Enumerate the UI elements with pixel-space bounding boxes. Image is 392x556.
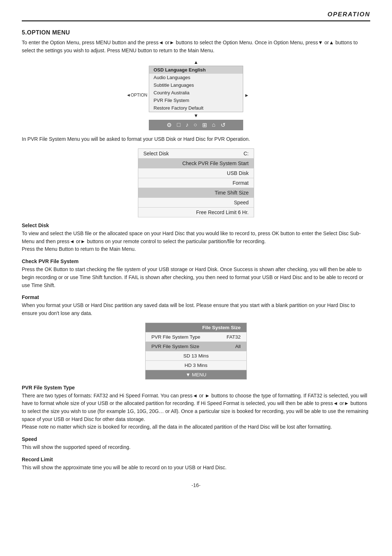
fs-row-1-label: PVR File System Size: [146, 342, 217, 351]
section-title: 5.OPTION MENU: [22, 29, 370, 36]
pvr-row-4-label: Time Shift Size: [138, 188, 254, 198]
osd-icons-row: ⚙ □ ♪ ○ ⊞ ⌂ ↺: [149, 120, 243, 130]
check-pvr-title: Check PVR File System: [22, 258, 370, 264]
fs-footer-row: ▼ MENU: [146, 370, 247, 379]
fs-row-3: HD 3 Mins: [146, 360, 247, 370]
fs-row-0-value: FAT32: [216, 332, 246, 342]
pvr-row-3: Format: [138, 178, 254, 188]
select-disk-title: Select Disk: [22, 222, 370, 228]
intro-text: To enter the Option Menu, press MENU but…: [22, 39, 370, 54]
icon-grid: ⊞: [202, 122, 207, 128]
fs-header-label: File System Size: [146, 323, 247, 332]
pvr-row-2-label: USB Disk: [138, 168, 254, 178]
pvr-row-5: Speed: [138, 198, 254, 208]
osd-menu-item-0: OSD Language English: [149, 66, 243, 74]
pvr-fs-type-title: PVR File System Type: [22, 385, 370, 391]
pvr-row-4: Time Shift Size: [138, 188, 254, 198]
check-pvr-body: Press the OK Button to start checking th…: [22, 266, 370, 289]
fs-row-1-value: All: [216, 342, 246, 351]
record-limit-body: This will show the approximate time you …: [22, 464, 370, 472]
osd-arrow-down: ▼: [149, 113, 243, 118]
pvr-description: In PVR File System Menu you will be aske…: [22, 135, 370, 143]
page-number: -16-: [22, 482, 370, 488]
format-title: Format: [22, 294, 370, 300]
osd-menu-box: OSD Language English Audio Languages Sub…: [149, 66, 243, 112]
pvr-menu-table: Select Disk C: Check PVR File System Sta…: [138, 148, 254, 217]
icon-gear: ⚙: [167, 122, 172, 128]
fs-row-3-label: HD 3 Mins: [146, 360, 247, 370]
osd-menu-item-2: Subtitle Languages: [149, 81, 243, 89]
pvr-row-0: Select Disk C:: [138, 149, 254, 159]
speed-body: This will show the supported speed of re…: [22, 443, 370, 451]
record-limit-title: Record Limit: [22, 457, 370, 462]
osd-menu-item-3: Country Australia: [149, 89, 243, 97]
fs-header-row: File System Size: [146, 323, 247, 332]
header-title: OPERATION: [327, 11, 370, 18]
page-header: OPERATION: [22, 11, 370, 21]
fs-row-2-label: SD 13 Mins: [146, 351, 247, 360]
osd-arrow-right: ►: [244, 92, 249, 98]
select-disk-body: To view and select the USB file or the a…: [22, 230, 370, 253]
fs-menu-table: File System Size PVR File System Type FA…: [145, 323, 247, 380]
fs-row-0: PVR File System Type FAT32: [146, 332, 247, 342]
icon-refresh: ↺: [221, 122, 225, 128]
osd-arrow-up: ▲: [149, 60, 243, 65]
pvr-row-5-label: Speed: [138, 198, 254, 208]
icon-square: □: [177, 122, 180, 128]
osd-menu-item-4: PVR File System: [149, 97, 243, 104]
pvr-menu-center: Select Disk C: Check PVR File System Sta…: [22, 148, 370, 217]
pvr-row-0-value: C:: [219, 149, 254, 159]
pvr-row-6-label: Free Record Limit 6 Hr.: [138, 208, 254, 217]
osd-menu-container: ▲ ◄OPTION OSD Language English Audio Lan…: [149, 60, 243, 130]
fs-row-0-label: PVR File System Type: [146, 332, 217, 342]
osd-menu-center: ▲ ◄OPTION OSD Language English Audio Lan…: [22, 60, 370, 130]
speed-title: Speed: [22, 436, 370, 442]
pvr-row-2: USB Disk: [138, 168, 254, 178]
pvr-row-0-label: Select Disk: [138, 149, 219, 159]
osd-menu-item-5: Restore Factory Default: [149, 104, 243, 112]
osd-menu-item-1: Audio Languages: [149, 74, 243, 81]
icon-home: ⌂: [212, 122, 216, 128]
pvr-fs-type-body: There are two types of formats: FAT32 an…: [22, 392, 370, 431]
pvr-row-3-label: Format: [138, 178, 254, 188]
osd-option-label: ◄OPTION: [126, 93, 147, 98]
pvr-row-1-label: Check PVR File System Start: [138, 159, 254, 168]
pvr-row-1: Check PVR File System Start: [138, 159, 254, 168]
fs-footer-label: ▼ MENU: [146, 370, 247, 379]
fs-menu-center: File System Size PVR File System Type FA…: [22, 323, 370, 380]
icon-music: ♪: [185, 122, 188, 128]
format-body: When you format your USB or Hard Disc pa…: [22, 302, 370, 317]
fs-row-2: SD 13 Mins: [146, 351, 247, 360]
pvr-row-6: Free Record Limit 6 Hr.: [138, 208, 254, 217]
fs-row-1: PVR File System Size All: [146, 342, 247, 351]
icon-circle: ○: [193, 122, 197, 128]
